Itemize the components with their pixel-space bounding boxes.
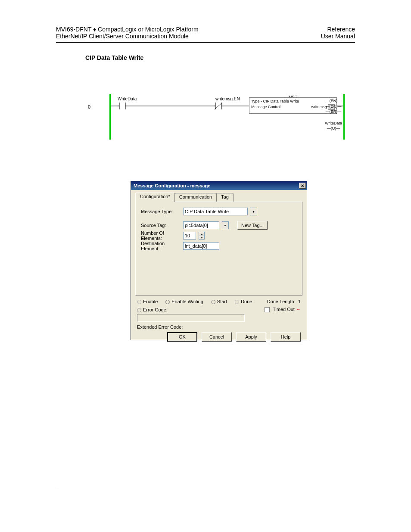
ok-button[interactable]: OK — [167, 332, 197, 342]
status-timed-out: Timed Out ← — [265, 307, 301, 312]
message-configuration-dialog: Message Configuration - message ✕ Config… — [131, 181, 307, 340]
coil-er: —(ER)— — [325, 109, 342, 115]
header-right-2: User Manual — [321, 33, 355, 40]
page-header: MVI69-DFNT ♦ CompactLogix or MicroLogix … — [56, 26, 355, 43]
status-done: Done — [235, 299, 252, 304]
source-tag-label: Source Tag: — [141, 223, 181, 228]
tab-tag[interactable]: Tag — [216, 193, 234, 202]
timed-out-arrow-icon: ← — [296, 307, 301, 312]
contact2-label: writemsg.EN — [215, 96, 240, 101]
msg-line2-left: Message Control — [251, 104, 280, 110]
dialog-title: Message Configuration - message — [134, 183, 211, 188]
tab-panel-configuration: Message Type: ▼ Source Tag: ▼ New Tag...… — [135, 202, 302, 296]
msg-line2-right: writemsg — [311, 105, 327, 109]
section-heading: CIP Data Table Write — [85, 54, 143, 61]
dialog-titlebar[interactable]: Message Configuration - message ✕ — [131, 181, 307, 190]
dialog-tabs: Configuration* Communication Tag — [131, 190, 307, 202]
status-start: Start — [211, 299, 227, 304]
chevron-down-icon[interactable]: ▼ — [250, 208, 257, 215]
coil-dn: —(DN)— — [325, 104, 342, 109]
header-left-1: MVI69-DFNT ♦ CompactLogix or MicroLogix … — [56, 26, 199, 33]
num-elements-spinner[interactable]: ▴▾ — [199, 232, 205, 240]
header-left-2: EtherNet/IP Client/Server Communication … — [56, 33, 189, 40]
done-length: Done Length: 1 — [267, 299, 301, 304]
cancel-button[interactable]: Cancel — [202, 332, 232, 342]
msg-line1: Type - CIP Data Table Write — [251, 99, 335, 104]
status-enable: Enable — [137, 299, 158, 304]
tab-communication[interactable]: Communication — [174, 193, 217, 202]
chevron-down-icon[interactable]: ▼ — [222, 221, 229, 229]
msg-instruction-box: Type - CIP Data Table Write Message Cont… — [249, 97, 337, 114]
coil-en: —(EN)— — [325, 98, 342, 104]
svg-line-6 — [215, 103, 222, 109]
status-enable-waiting: Enable Waiting — [165, 299, 203, 304]
message-type-label: Message Type: — [141, 209, 181, 214]
coil-u: —(U)— — [325, 126, 342, 131]
num-elements-label: Number Of Elements: — [141, 230, 181, 241]
timed-out-checkbox[interactable] — [265, 307, 270, 312]
message-type-select[interactable] — [183, 208, 248, 215]
coil-u-label: WriteData — [325, 121, 342, 126]
dialog-button-row: OK Cancel Apply Help — [131, 331, 307, 346]
footer-rule — [56, 487, 355, 487]
destination-element-label: Destination Element: — [141, 241, 181, 251]
help-button[interactable]: Help — [271, 332, 301, 342]
status-error-code: Error Code: — [137, 307, 168, 312]
num-elements-input[interactable] — [183, 232, 196, 240]
tab-configuration[interactable]: Configuration* — [135, 193, 175, 202]
destination-element-input[interactable] — [183, 242, 219, 250]
apply-button[interactable]: Apply — [236, 332, 266, 342]
contact1-label: WriteData — [118, 96, 137, 101]
error-code-display — [137, 314, 245, 322]
extended-error-code-label: Extended Error Code: — [137, 324, 301, 330]
dialog-status-area: Enable Enable Waiting Start Done Done Le… — [131, 296, 307, 331]
header-right-1: Reference — [327, 26, 355, 33]
close-icon[interactable]: ✕ — [299, 183, 306, 189]
source-tag-input[interactable] — [183, 221, 219, 229]
new-tag-button[interactable]: New Tag... — [237, 221, 268, 230]
header-rule — [56, 42, 355, 43]
msg-coils: —(EN)— —(DN)— —(ER)— WriteData —(U)— — [325, 98, 342, 131]
ladder-diagram: 0 WriteData writemsg.EN MSG Type - CIP D… — [85, 94, 345, 140]
